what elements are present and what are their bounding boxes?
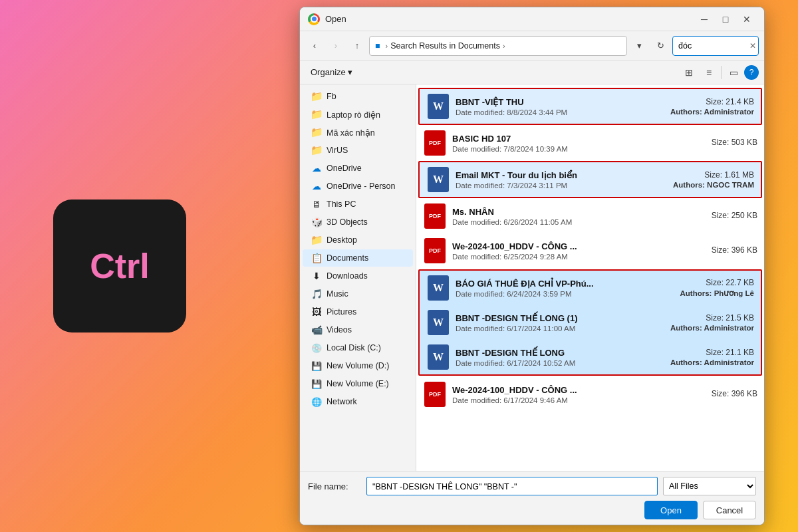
content-area: 📁 Fb 📁 Laptop rò điện 📁 Mã xác nhận 📁 Vi… (300, 84, 764, 471)
sidebar-label-local-disk-c: Local Disk (C:) (327, 343, 381, 352)
search-wrapper: ✕ (672, 36, 759, 56)
search-clear-button[interactable]: ✕ (749, 41, 756, 51)
word-icon-bao-gia (426, 275, 450, 301)
file-item-we-2024[interactable]: PDF We-2024-100_HDDV - CÔNG ... Date mod… (416, 233, 764, 268)
file-info-we-2024-2: We-2024-100_HDDV - CÔNG ... Date modifie… (452, 385, 712, 404)
sidebar-item-documents[interactable]: 📋 Documents (303, 249, 413, 267)
open-dialog: Open ─ □ ✕ ‹ › ↑ ■ › Search Results in D… (299, 7, 765, 525)
refresh-button[interactable]: ↻ (651, 37, 670, 55)
sidebar-item-virus[interactable]: 📁 VirUS (303, 142, 413, 159)
cancel-button[interactable]: Cancel (703, 501, 756, 519)
onedrive-person-icon: ☁ (311, 180, 323, 192)
sidebar-item-new-volume-e[interactable]: 💾 New Volume (E:) (303, 375, 413, 392)
file-item-we-2024-2[interactable]: PDF We-2024-100_HDDV - CÔNG ... Date mod… (416, 377, 764, 412)
open-button[interactable]: Open (644, 501, 698, 519)
sidebar-label-new-volume-e: New Volume (E:) (327, 379, 389, 388)
up-button[interactable]: ↑ (348, 37, 366, 55)
file-item-bao-gia-thue[interactable]: BÁO GIÁ THUÊ ĐỊA CHỈ VP-Phú... Date modi… (420, 271, 761, 305)
file-item-bbnt-design[interactable]: BBNT -DESIGN THẾ LONG Date modified: 6/1… (420, 340, 761, 374)
organize-button[interactable]: Organize ▾ (305, 65, 358, 80)
sidebar-item-onedrive-person[interactable]: ☁ OneDrive - Person (303, 178, 413, 195)
file-author-bao-gia: Authors: Phương Lê (680, 289, 754, 298)
list-view-button[interactable]: ⊞ (680, 63, 698, 82)
file-name-bbnt-design: BBNT -DESIGN THẾ LONG (456, 348, 670, 358)
file-meta-we-2024-2: Size: 396 KB (712, 389, 757, 400)
breadcrumb-arrow2: › (503, 42, 505, 50)
filename-input[interactable] (366, 477, 658, 495)
file-size-bbnt-design: Size: 21.1 KB (670, 348, 754, 357)
file-size-bbnt-design-1: Size: 21.5 KB (670, 313, 754, 323)
sidebar-item-videos[interactable]: 📹 Videos (303, 321, 413, 338)
file-item-ms-nhan[interactable]: PDF Ms. NHÂN Date modified: 6/26/2024 11… (416, 199, 764, 233)
sidebar-item-3d-objects[interactable]: 🎲 3D Objects (303, 213, 413, 231)
sidebar-item-fb[interactable]: 📁 Fb (303, 88, 413, 105)
file-meta-bbnt-design: Size: 21.1 KB Authors: Administrator (670, 348, 754, 366)
dropdown-button[interactable]: ▾ (630, 37, 648, 55)
pdf-icon-basic-hd-107: PDF (423, 130, 447, 156)
sidebar-item-ma-xac-nhan[interactable]: 📁 Mã xác nhận (303, 124, 413, 141)
sidebar-item-laptop[interactable]: 📁 Laptop rò điện (303, 106, 413, 123)
sidebar-item-new-volume-d[interactable]: 💾 New Volume (D:) (303, 357, 413, 374)
file-item-bbnt-viet-thu[interactable]: BBNT -VIỆT THU Date modified: 8/8/2024 3… (418, 88, 762, 125)
3d-objects-icon: 🎲 (311, 216, 323, 228)
file-item-bbnt-design-1[interactable]: BBNT -DESIGN THẾ LONG (1) Date modified:… (420, 305, 761, 340)
sidebar-label-downloads: Downloads (327, 271, 368, 281)
file-item-email-mkt[interactable]: Email MKT - Tour du lịch biển Date modif… (418, 161, 762, 198)
filename-row: File name: All Files Word Documents PDF … (308, 477, 756, 495)
file-date-bao-gia: Date modified: 6/24/2024 3:59 PM (456, 290, 680, 298)
sidebar-item-onedrive[interactable]: ☁ OneDrive (303, 160, 413, 177)
folder-icon-virus: 📁 (311, 144, 323, 156)
ctrl-key: Ctrl (53, 200, 186, 332)
file-name-bao-gia: BÁO GIÁ THUÊ ĐỊA CHỈ VP-Phú... (456, 279, 680, 289)
filetype-select[interactable]: All Files Word Documents PDF Files Text … (663, 477, 756, 495)
sidebar-label-desktop: Desktop (327, 235, 357, 245)
address-bar: ‹ › ↑ ■ › Search Results in Documents › … (300, 31, 764, 61)
file-info-bao-gia: BÁO GIÁ THUÊ ĐỊA CHỈ VP-Phú... Date modi… (456, 279, 680, 298)
back-button[interactable]: ‹ (305, 37, 324, 55)
sidebar-item-downloads[interactable]: ⬇ Downloads (303, 267, 413, 285)
sidebar-item-music[interactable]: 🎵 Music (303, 285, 413, 303)
file-name-bbnt-viet-thu: BBNT -VIỆT THU (456, 97, 670, 107)
maximize-button[interactable]: □ (716, 10, 735, 29)
preview-button[interactable]: ▭ (724, 63, 743, 82)
file-name-ms-nhan: Ms. NHÂN (452, 207, 712, 217)
sidebar: 📁 Fb 📁 Laptop rò điện 📁 Mã xác nhận 📁 Vi… (300, 84, 416, 471)
organize-label: Organize ▾ (311, 67, 352, 77)
breadcrumb[interactable]: ■ › Search Results in Documents › (369, 36, 627, 56)
file-info-bbnt-design: BBNT -DESIGN THẾ LONG Date modified: 6/1… (456, 348, 670, 367)
sidebar-item-pictures[interactable]: 🖼 Pictures (303, 303, 413, 321)
videos-icon: 📹 (311, 324, 323, 336)
sidebar-item-local-disk-c[interactable]: 💿 Local Disk (C:) (303, 339, 413, 356)
file-size-bbnt-viet-thu: Size: 21.4 KB (670, 97, 754, 106)
file-size-ms-nhan: Size: 250 KB (712, 211, 757, 220)
breadcrumb-path: Search Results in Documents (390, 41, 500, 51)
sidebar-label-onedrive: OneDrive (327, 164, 362, 173)
folder-icon-laptop: 📁 (311, 108, 323, 120)
search-input[interactable] (672, 36, 759, 56)
file-meta-email-mkt: Size: 1.61 MB Authors: NGOC TRAM (673, 170, 754, 189)
sidebar-label-onedrive-person: OneDrive - Person (327, 182, 396, 191)
file-date-bbnt-design: Date modified: 6/17/2024 10:52 AM (456, 359, 670, 367)
file-author-email-mkt: Authors: NGOC TRAM (673, 181, 754, 189)
title-controls: ─ □ ✕ (695, 10, 756, 29)
file-item-basic-hd-107[interactable]: PDF BASIC HD 107 Date modified: 7/8/2024… (416, 126, 764, 160)
details-view-button[interactable]: ≡ (700, 63, 718, 82)
word-icon-bbnt-design (426, 344, 450, 370)
file-author-bbnt-viet-thu: Authors: Administrator (670, 108, 754, 116)
file-date-we-2024-2: Date modified: 6/17/2024 9:46 AM (452, 396, 712, 404)
file-info-we-2024: We-2024-100_HDDV - CÔNG ... Date modifie… (452, 241, 712, 261)
help-button[interactable]: ? (744, 65, 759, 80)
sidebar-label-virus: VirUS (327, 146, 348, 155)
documents-icon: 📋 (311, 252, 323, 264)
file-name-email-mkt: Email MKT - Tour du lịch biển (456, 170, 673, 180)
forward-button[interactable]: › (327, 37, 345, 55)
onedrive-icon: ☁ (311, 162, 323, 174)
sidebar-item-network[interactable]: 🌐 Network (303, 393, 413, 410)
file-list: BBNT -VIỆT THU Date modified: 8/8/2024 3… (416, 84, 764, 471)
close-button[interactable]: ✕ (737, 10, 756, 29)
sidebar-item-desktop[interactable]: 📁 Desktop (303, 231, 413, 249)
sidebar-label-fb: Fb (327, 92, 336, 101)
file-date-email-mkt: Date modified: 7/3/2024 3:11 PM (456, 182, 673, 190)
minimize-button[interactable]: ─ (695, 10, 714, 29)
sidebar-item-this-pc[interactable]: 🖥 This PC (303, 196, 413, 213)
